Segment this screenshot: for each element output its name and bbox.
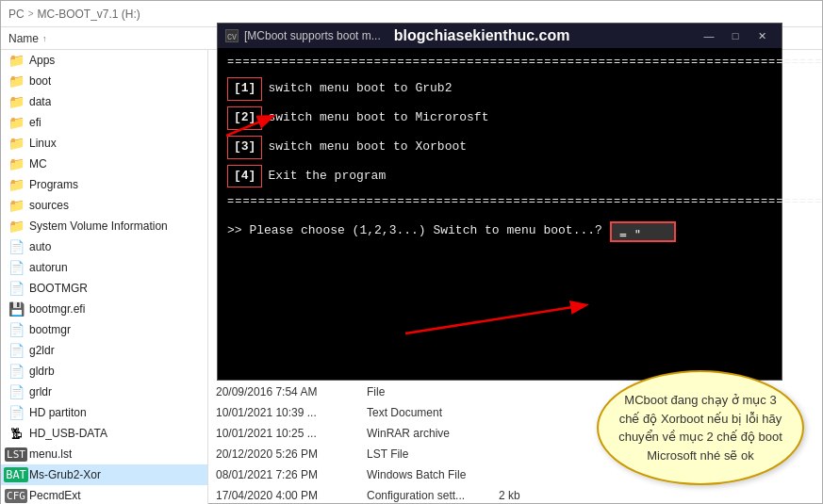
file-name-label: autorun (29, 261, 68, 274)
list-item[interactable]: 📁System Volume Information (1, 216, 207, 236)
menu-key: [3] (227, 136, 262, 159)
file-icon: 📄 (8, 384, 24, 399)
folder-icon: 📁 (8, 115, 24, 130)
list-item[interactable]: 📁boot (1, 71, 207, 91)
list-item[interactable]: 📄HD partiton (1, 402, 207, 423)
breadcrumb: PC > MC-BOOT_v7.1 (H:) (8, 8, 140, 21)
list-item[interactable]: 💾bootmgr.efi (1, 299, 207, 319)
cmd-menu-item: [1] switch menu boot to Grub2 (227, 77, 772, 101)
file-list: 📁Apps📁boot📁data📁efi📁Linux📁MC📁Programs📁so… (1, 50, 208, 504)
file-name-label: g2ldr (29, 344, 55, 357)
list-item[interactable]: 📄autorun (1, 257, 207, 278)
file-icon: 📄 (8, 322, 24, 337)
list-item[interactable]: 📁Linux (1, 133, 207, 154)
file-name-label: PecmdExt (29, 489, 81, 502)
file-icon: 📄 (8, 281, 24, 296)
cmd-controls: — □ ✕ (697, 26, 774, 45)
tooltip-bubble: MCboot đang chạy ở mục 3 chế độ Xorboot … (597, 370, 804, 485)
file-bat-icon: BAT (8, 467, 24, 482)
folder-icon: 📁 (8, 94, 24, 109)
file-date: 10/01/2021 10:39 ... (208, 406, 359, 419)
list-item[interactable]: 📁MC (1, 154, 207, 174)
folder-sys-icon: 📁 (8, 219, 24, 234)
list-item[interactable]: 📄gldrb (1, 361, 207, 382)
cmd-prompt-text: >> Please choose (1,2,3...) Switch to me… (227, 221, 602, 241)
file-name-label: bootmgr (29, 323, 71, 336)
folder-icon: 📁 (8, 73, 24, 89)
file-name-label: gldrb (29, 365, 55, 378)
list-item[interactable]: 📁Apps (1, 50, 207, 71)
file-name-label: System Volume Information (29, 219, 168, 233)
file-size: 2 kb (491, 489, 567, 502)
file-type: File (359, 385, 491, 398)
minimize-button[interactable]: — (697, 26, 721, 45)
cmd-input-box[interactable]: = " (610, 221, 676, 242)
file-txt-icon: 📄 (8, 405, 24, 420)
col-header-name[interactable]: Name ↑ (1, 30, 208, 46)
cmd-menu-item: [3] switch menu boot to Xorboot (227, 136, 772, 159)
cmd-content: ========================================… (218, 48, 782, 248)
file-type: Configuration sett... (359, 489, 491, 502)
cmd-separator-top: ========================================… (227, 54, 772, 72)
list-item[interactable]: 📁sources (1, 195, 207, 216)
cmd-title-text: [MCboot supports boot m... (244, 29, 381, 42)
maximize-button[interactable]: □ (723, 26, 748, 45)
file-date: 10/01/2021 10:25 ... (208, 427, 359, 440)
list-item[interactable]: 📄BOOTMGR (1, 278, 207, 299)
detail-row: 20/09/2016 7:54 AM File (208, 382, 567, 402)
file-name-label: boot (29, 74, 51, 88)
breadcrumb-pc[interactable]: PC (8, 8, 25, 21)
menu-item-text: switch menu boot to Microrosft (268, 108, 488, 128)
menu-item-text: switch menu boot to Xorboot (268, 138, 467, 157)
close-button[interactable]: ✕ (749, 26, 774, 45)
file-type: WinRAR archive (359, 427, 491, 440)
sort-arrow: ↑ (42, 34, 47, 43)
file-name-label: Linux (29, 137, 57, 150)
file-name-label: BOOTMGR (29, 282, 88, 295)
detail-row: 08/01/2021 7:26 PM Windows Batch File (208, 464, 567, 485)
file-name-label: Ms-Grub2-Xor (29, 468, 101, 481)
file-name-label: menu.lst (29, 447, 72, 461)
list-item[interactable]: BATMs-Grub2-Xor (1, 464, 207, 485)
breadcrumb-sep1: > (28, 8, 34, 19)
file-date: 20/09/2016 7:54 AM (208, 385, 359, 398)
list-item[interactable]: 📁efi (1, 112, 207, 133)
file-cfg-icon: CFG (8, 488, 24, 503)
menu-item-text: switch menu boot to Grub2 (268, 79, 452, 99)
list-item[interactable]: 📄grldr (1, 382, 207, 402)
file-lst-icon: LST (8, 447, 24, 462)
file-type: Text Document (359, 406, 491, 419)
file-date: 17/04/2020 4:00 PM (208, 489, 359, 502)
file-icon: 📄 (8, 364, 24, 379)
list-item[interactable]: 📄g2ldr (1, 340, 207, 361)
folder-icon: 📁 (8, 198, 24, 213)
detail-row: 17/04/2020 4:00 PM Configuration sett...… (208, 485, 567, 504)
detail-row: 10/01/2021 10:25 ... WinRAR archive (208, 423, 567, 444)
breadcrumb-drive[interactable]: MC-BOOT_v7.1 (H:) (38, 8, 140, 21)
file-name-label: grldr (29, 385, 52, 398)
menu-key: [1] (227, 77, 262, 101)
file-name-label: MC (29, 157, 47, 171)
cmd-icon: cv (225, 29, 239, 42)
file-date: 20/12/2020 5:26 PM (208, 447, 359, 461)
file-name-label: efi (29, 116, 41, 129)
file-efi-icon: 💾 (8, 301, 24, 317)
file-icon: 📄 (8, 239, 24, 254)
file-name-label: HD_USB-DATA (29, 427, 107, 440)
file-name-label: Apps (29, 54, 55, 67)
list-item[interactable]: 📁Programs (1, 174, 207, 195)
folder-icon: 📁 (8, 156, 24, 171)
folder-icon: 📁 (8, 177, 24, 192)
tooltip-text: MCboot đang chạy ở mục 3 chế độ Xorboot … (618, 393, 782, 463)
file-type: Windows Batch File (359, 468, 491, 481)
list-item[interactable]: 🗜HD_USB-DATA (1, 423, 207, 444)
cmd-menu-item: [4] Exit the program (227, 165, 772, 188)
cmd-separator-bottom: ========================================… (227, 193, 772, 211)
menu-key: [2] (227, 106, 262, 130)
list-item[interactable]: 📄auto (1, 236, 207, 257)
list-item[interactable]: 📁data (1, 91, 207, 112)
cmd-prompt-line: >> Please choose (1,2,3...) Switch to me… (227, 221, 772, 242)
list-item[interactable]: CFGPecmdExt (1, 485, 207, 504)
list-item[interactable]: LSTmenu.lst (1, 444, 207, 464)
list-item[interactable]: 📄bootmgr (1, 319, 207, 340)
